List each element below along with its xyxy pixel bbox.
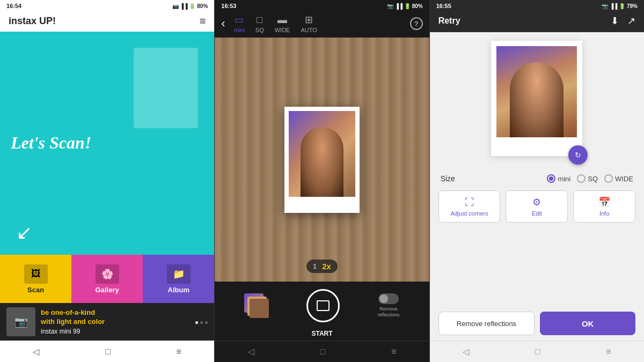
back-nav-1[interactable]: ◁ [33,346,39,357]
scanned-photo [496,46,577,137]
app-title: instax UP! [9,16,56,27]
start-scan-button[interactable] [306,289,340,322]
back-button[interactable]: ‹ [221,17,225,31]
radio-mini[interactable] [547,174,555,183]
screen-scan: 16:53 📷 ▐▐ 🔋 80% ‹ ▭ mini □ SQ ▬ WIDE ⊞ … [215,0,429,362]
mini-label: mini [234,27,245,33]
album-tile-icon: 📁 [167,264,191,284]
remove-reflections-button[interactable]: Remove reflections [438,312,535,335]
gallery-tile[interactable]: 🌸 Gallery [71,255,143,303]
size-row: Size mini SQ WIDE [438,174,635,183]
menu-nav-1[interactable]: ≡ [177,347,181,357]
ar-button[interactable]: ↻ [568,145,588,165]
size-label: Size [441,174,455,183]
polaroid-frame [284,107,360,213]
bottom-nav-3: ◁ □ ≡ [430,341,644,362]
status-bar-2: 16:53 📷 ▐▐ 🔋 80% [215,0,429,12]
result-header: Retry ⬇ ↗ [430,12,644,32]
format-tabs: ▭ mini □ SQ ▬ WIDE ⊞ AUTO [234,14,401,33]
album-tile-label: Album [168,286,189,294]
status-icons-2: 📷 ▐▐ 🔋 80% [387,3,423,9]
menu-button[interactable]: ≡ [200,15,206,27]
promo-text: be one-of-a-kindwith light and color [41,308,190,327]
home-nav-2[interactable]: □ [320,347,325,357]
zoom-controls: 1 2x [306,260,338,273]
gallery-thumbnail[interactable] [244,293,269,318]
screen-home: 16:54 📷 ▐▐ 🔋 80% instax UP! ≡ Let's Scan… [0,0,214,362]
dot-3 [205,321,208,324]
result-area: ↻ Size mini SQ WIDE [430,32,644,306]
home-nav-3[interactable]: □ [535,347,540,357]
album-tile[interactable]: 📁 Album [143,255,214,303]
zoom-2x[interactable]: 2x [322,262,331,271]
info-icon: 📅 [598,196,610,208]
camera-controls: Removereflections [215,282,429,330]
adjust-corners-icon: ⛶ [465,197,474,208]
back-nav-3[interactable]: ◁ [463,346,469,357]
gallery-tile-label: Gallery [96,286,119,294]
lets-scan-text: Let's Scan! [11,134,91,152]
share-icon[interactable]: ↗ [627,15,635,27]
remove-reflections-toggle[interactable]: Removereflections [378,293,400,318]
time-2: 16:53 [221,3,236,9]
tab-auto[interactable]: ⊞ AUTO [301,14,317,33]
auto-icon: ⊞ [305,14,313,26]
help-button[interactable]: ? [410,17,423,30]
dot-1 [195,321,198,324]
radio-sq[interactable] [577,174,586,183]
menu-nav-3[interactable]: ≡ [606,347,611,357]
gallery-tile-icon: 🌸 [96,264,119,284]
size-wide-label: WIDE [615,175,633,183]
polaroid-photo [289,111,355,197]
battery-icon-2: 📷 ▐▐ 🔋 80% [387,3,423,9]
tab-sq[interactable]: □ SQ [255,14,264,33]
scan-tile-icon: 🖼 [24,264,48,284]
sq-label: SQ [255,27,264,33]
scan-frame-icon [317,300,330,311]
retry-label[interactable]: Retry [438,16,460,26]
tab-mini[interactable]: ▭ mini [234,14,245,33]
radio-wide[interactable] [604,174,613,183]
remove-reflections-label: Removereflections [378,306,400,318]
camera-view: 1 2x [215,38,429,282]
action-buttons: ⛶ Adjust corners ⚙ Edit 📅 Info [438,190,635,223]
scan-tile-label: Scan [27,286,44,294]
info-button[interactable]: 📅 Info [573,190,635,223]
promo-banner[interactable]: 📷 be one-of-a-kindwith light and color i… [0,303,214,341]
menu-nav-2[interactable]: ≡ [391,347,396,357]
toggle-switch[interactable] [378,293,399,304]
size-mini[interactable]: mini [547,174,570,183]
edit-label: Edit [532,210,542,217]
promo-image: 📷 [6,307,35,336]
scan-tile[interactable]: 🖼 Scan [0,255,71,303]
time-3: 16:55 [436,3,451,9]
dot-2 [200,321,203,324]
tab-wide[interactable]: ▬ WIDE [275,14,290,33]
promo-dots [195,321,208,324]
zoom-1x[interactable]: 1 [313,262,317,270]
download-icon[interactable]: ⬇ [611,15,619,27]
status-icons-1: 📷 ▐▐ 🔋 80% [172,3,208,9]
hero-section: Let's Scan! ↙ [0,32,214,255]
nav-tiles: 🖼 Scan 🌸 Gallery 📁 Album [0,255,214,303]
home-nav-1[interactable]: □ [105,347,111,357]
edit-button[interactable]: ⚙ Edit [506,190,568,223]
adjust-corners-button[interactable]: ⛶ Adjust corners [438,190,501,223]
sq-icon: □ [257,14,262,26]
status-icons-3: 📷 ▐▐ 🔋 79% [602,3,638,9]
bottom-nav-2: ◁ □ ≡ [215,341,429,362]
size-sq[interactable]: SQ [577,174,598,183]
ok-button[interactable]: OK [540,312,635,335]
battery-icon-3: 📷 ▐▐ 🔋 79% [602,3,638,9]
edit-icon: ⚙ [532,196,541,208]
scanned-person [510,62,564,137]
auto-label: AUTO [301,27,317,33]
start-label: START [215,330,429,341]
photo-placeholder [134,48,198,128]
size-wide[interactable]: WIDE [604,174,633,183]
back-nav-2[interactable]: ◁ [248,346,254,357]
status-bar-3: 16:55 📷 ▐▐ 🔋 79% [430,0,644,12]
info-label: Info [599,210,609,217]
scan-header: ‹ ▭ mini □ SQ ▬ WIDE ⊞ AUTO ? [215,12,429,38]
scanned-result-container: ↻ [491,41,582,156]
